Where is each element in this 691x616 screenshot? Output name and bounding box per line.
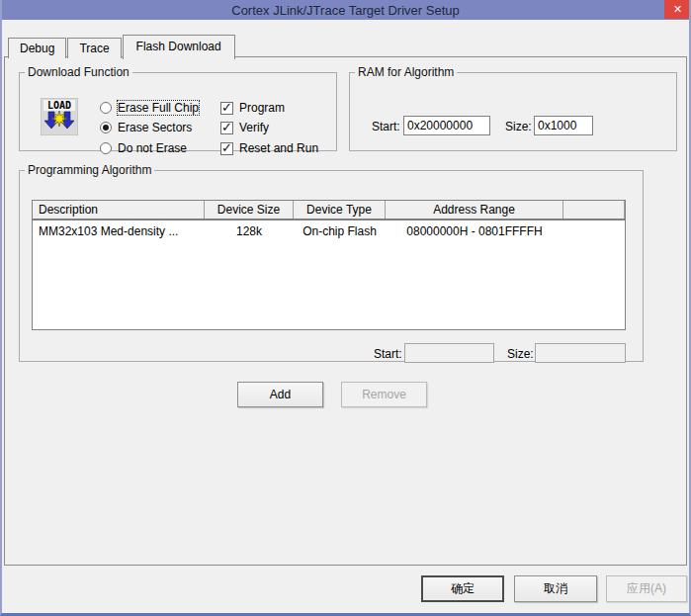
remove-button[interactable]: Remove	[341, 382, 427, 407]
close-icon: ✕	[673, 4, 682, 15]
ram-for-algorithm-legend: RAM for Algorithm	[355, 65, 457, 79]
radio-erase-full-chip[interactable]: Erase Full Chip	[100, 101, 199, 115]
table-header: Description Device Size Device Type Addr…	[33, 201, 625, 220]
check-icon: ✓	[221, 140, 232, 155]
cell-extra	[563, 220, 625, 242]
radio-erase-sectors[interactable]: Erase Sectors	[100, 121, 192, 134]
algo-size-input[interactable]	[535, 343, 626, 363]
column-header-address-range[interactable]: Address Range	[386, 201, 563, 219]
cell-address-range: 08000000H - 0801FFFFH	[386, 220, 563, 242]
checkbox-program[interactable]: ✓ Program	[220, 101, 285, 115]
close-button[interactable]: ✕	[664, 0, 691, 19]
radio-circle-icon	[100, 102, 112, 114]
algo-start-label: Start:	[374, 347, 402, 361]
radio-do-not-erase[interactable]: Do not Erase	[100, 141, 187, 155]
table-row[interactable]: MM32x103 Med-density ... 128k On-chip Fl…	[33, 220, 625, 242]
checkbox-icon: ✓	[220, 122, 233, 134]
checkbox-label: Reset and Run	[239, 141, 318, 155]
tab-trace[interactable]: Trace	[67, 38, 121, 58]
check-icon: ✓	[221, 120, 232, 134]
download-function-group: Download Function LOAD Erase Full Chip E…	[19, 65, 337, 151]
window-title: Cortex JLink/JTrace Target Driver Setup	[231, 3, 459, 18]
download-function-legend: Download Function	[25, 65, 132, 79]
ram-size-label: Size:	[505, 120, 532, 133]
radio-label: Do not Erase	[118, 141, 187, 155]
cell-description: MM32x103 Med-density ...	[33, 220, 205, 242]
checkbox-label: Verify	[239, 121, 269, 134]
cancel-button[interactable]: 取消	[514, 575, 597, 602]
column-header-device-type[interactable]: Device Type	[294, 201, 386, 219]
column-header-device-size[interactable]: Device Size	[205, 201, 294, 219]
ok-button[interactable]: 确定	[421, 575, 504, 602]
ram-start-input[interactable]	[403, 116, 490, 135]
load-icon: LOAD	[41, 98, 78, 135]
checkbox-reset-and-run[interactable]: ✓ Reset and Run	[220, 141, 318, 155]
algo-start-input[interactable]	[404, 343, 494, 363]
radio-label: Erase Sectors	[118, 121, 192, 134]
tab-strip: Debug Trace Flash Download	[8, 34, 236, 58]
checkbox-icon: ✓	[220, 142, 233, 155]
ram-start-label: Start:	[372, 120, 400, 133]
svg-text:LOAD: LOAD	[47, 100, 71, 111]
cell-device-type: On-chip Flash	[294, 220, 386, 242]
radio-dot-icon	[103, 125, 109, 131]
title-bar[interactable]: Cortex JLink/JTrace Target Driver Setup …	[0, 0, 691, 20]
cell-device-size: 128k	[205, 220, 294, 242]
column-header-description[interactable]: Description	[33, 201, 205, 219]
tab-flash-download[interactable]: Flash Download	[123, 35, 235, 59]
checkbox-label: Program	[239, 101, 285, 115]
check-icon: ✓	[221, 100, 232, 115]
radio-circle-icon	[100, 142, 112, 154]
apply-button[interactable]: 应用(A)	[606, 575, 687, 602]
add-button[interactable]: Add	[237, 382, 323, 407]
algo-size-label: Size:	[507, 347, 534, 361]
programming-algorithm-legend: Programming Algorithm	[25, 163, 154, 177]
programming-algorithm-group: Programming Algorithm Description Device…	[19, 163, 644, 362]
tab-debug[interactable]: Debug	[8, 38, 66, 58]
radio-label: Erase Full Chip	[118, 101, 199, 115]
ram-for-algorithm-group: RAM for Algorithm Start: Size:	[349, 65, 677, 151]
target-driver-setup-dialog: Cortex JLink/JTrace Target Driver Setup …	[0, 0, 691, 616]
ram-size-input[interactable]	[534, 116, 593, 135]
checkbox-verify[interactable]: ✓ Verify	[220, 121, 269, 134]
algorithm-table: Description Device Size Device Type Addr…	[32, 200, 626, 330]
flash-download-page: Download Function LOAD Erase Full Chip E…	[4, 56, 687, 566]
radio-circle-icon	[100, 122, 112, 133]
column-header-extra[interactable]	[563, 201, 625, 219]
checkbox-icon: ✓	[220, 102, 233, 115]
